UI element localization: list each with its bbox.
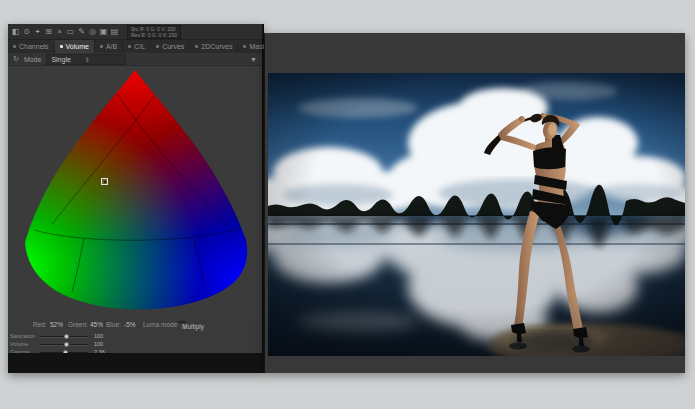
move-tool-icon[interactable]: +	[33, 26, 42, 37]
target-tool-icon[interactable]: ⊙	[22, 26, 31, 37]
pointer-tool-icon[interactable]: ◧	[11, 26, 20, 37]
eyedropper-tool-icon[interactable]: ✎	[77, 26, 86, 37]
cut-tool-icon[interactable]: ×	[55, 26, 64, 37]
luma-mode-label: Luma mode	[143, 321, 177, 328]
mode-bar: ↻ Mode Single ⇕ ▼	[8, 53, 262, 66]
chevron-updown-icon: ⇕	[85, 56, 90, 63]
color-field-canvas[interactable]	[8, 66, 262, 320]
foot-reflection	[572, 346, 590, 353]
chevron-updown-icon: ⇕	[182, 323, 187, 330]
tab-volume[interactable]: Volume	[55, 40, 95, 53]
tab-dot-icon	[100, 45, 103, 48]
marquee-tool-icon[interactable]: ▭	[66, 26, 75, 37]
tab-curves[interactable]: Curves	[151, 40, 190, 53]
tab-channels[interactable]: Channels	[8, 40, 55, 53]
filter-icon[interactable]: ▼	[250, 56, 257, 63]
tab-label: Curves	[162, 43, 184, 50]
red-value: 52%	[50, 321, 63, 328]
reset-icon[interactable]: ↻	[13, 55, 19, 63]
tab-ab[interactable]: A/B	[95, 40, 123, 53]
tab-dot-icon	[128, 45, 131, 48]
blue-label: Blue:	[106, 321, 121, 328]
slider-track[interactable]	[40, 344, 88, 347]
tab-label: A/B	[106, 43, 117, 50]
tab-cl[interactable]: C/L	[123, 40, 151, 53]
transform-tool-icon[interactable]: ⊞	[44, 26, 53, 37]
tool-panel-window: ◧ ⊙ + ⊞ × ▭ ✎ ◎ ▣ ▤ Src R: 0 G: 0 V: 200…	[8, 24, 264, 373]
toolbar: ◧ ⊙ + ⊞ × ▭ ✎ ◎ ▣ ▤ Src R: 0 G: 0 V: 200…	[8, 24, 262, 40]
red-label: Red:	[33, 321, 47, 328]
photo-graphic	[268, 73, 685, 356]
tab-label: 2DCurves	[201, 43, 232, 50]
tab-dot-icon	[156, 45, 159, 48]
gamut-grid-lines	[22, 68, 250, 316]
slider-thumb[interactable]	[64, 342, 69, 347]
color-point-handle[interactable]	[101, 178, 108, 185]
slider-row-saturation: Saturation 100	[8, 332, 262, 340]
mode-value: Single	[51, 56, 70, 63]
preview-photo[interactable]	[268, 73, 685, 356]
slider-label: Volume	[10, 341, 38, 347]
slider-label: Saturation	[10, 333, 38, 339]
tab-label: C/L	[134, 43, 145, 50]
right-hand	[519, 116, 525, 122]
tab-label: Volume	[66, 43, 89, 50]
swimsuit-top	[533, 147, 566, 169]
slider-thumb[interactable]	[64, 334, 69, 339]
channel-readout-bar: Red: 52% Green: 45% Blue: -5% Luma mode …	[8, 320, 262, 331]
color-values-readout: Src R: 0 G: 0 V: 200 Res R: 0 G: 0 V: 20…	[127, 25, 181, 39]
luma-mode-select[interactable]: Multiply ⇕	[178, 321, 186, 323]
tab-dot-icon	[13, 45, 16, 48]
zoom-tool-icon[interactable]: ◎	[88, 26, 97, 37]
tab-dot-icon	[195, 45, 198, 48]
readout-line-res: Res R: 0 G: 0 V: 200	[131, 32, 177, 38]
mode-select[interactable]: Single ⇕	[46, 54, 126, 65]
frame-tool-icon[interactable]: ▣	[99, 26, 108, 37]
slider-value: 100	[94, 333, 103, 339]
rgb-gamut[interactable]	[22, 68, 250, 316]
tab-label: Channels	[19, 43, 49, 50]
tab-dot-icon	[60, 45, 63, 48]
tab-dot-icon	[243, 45, 246, 48]
tab-bar: Channels Volume A/B C/L Curves 2DCurves …	[8, 40, 262, 54]
foot-reflection	[509, 343, 527, 350]
display-tool-icon[interactable]: ▤	[110, 26, 119, 37]
tab-2dcurves[interactable]: 2DCurves	[190, 40, 238, 53]
blue-value: -5%	[124, 321, 136, 328]
mode-label: Mode	[24, 56, 42, 63]
image-preview-window	[264, 33, 685, 373]
green-value: 45%	[90, 321, 103, 328]
slider-track[interactable]	[40, 336, 88, 339]
green-label: Green:	[68, 321, 88, 328]
slider-value: 100	[94, 341, 103, 347]
status-bar	[8, 353, 262, 373]
slider-row-volume: Volume 100	[8, 340, 262, 348]
